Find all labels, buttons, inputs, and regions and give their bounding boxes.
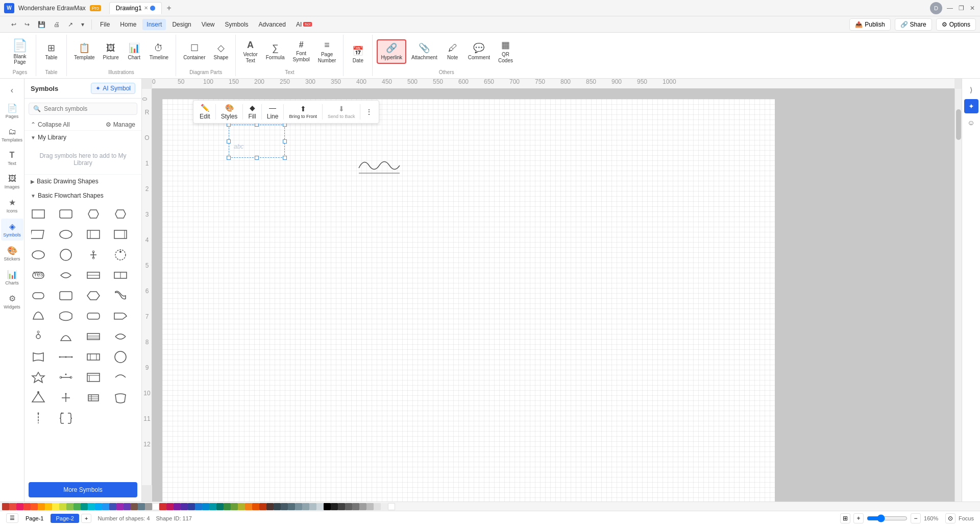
shape-item[interactable] (56, 388, 76, 408)
shape-item[interactable] (29, 225, 48, 244)
color-swatch[interactable] (216, 503, 224, 510)
color-swatch[interactable] (174, 503, 181, 510)
manage-button[interactable]: ⚙ Manage (106, 121, 135, 128)
ribbon-font-symbol[interactable]: # FontSymbol (289, 38, 312, 65)
sidebar-item-stickers[interactable]: 🎨 Stickers (1, 243, 23, 265)
sidebar-item-widgets[interactable]: ⚙ Widgets (1, 291, 23, 313)
shape-item[interactable] (84, 204, 103, 224)
shape-item[interactable] (29, 368, 48, 387)
options-button[interactable]: ⚙ Options (936, 18, 976, 31)
color-swatch[interactable] (195, 503, 202, 510)
right-btn-3[interactable]: ☺ (964, 115, 978, 130)
shape-item[interactable] (84, 368, 103, 387)
color-swatch[interactable] (16, 503, 23, 510)
color-swatch[interactable] (274, 503, 281, 510)
ribbon-container[interactable]: ☐ Container (180, 40, 208, 63)
color-swatch[interactable] (288, 503, 295, 510)
sidebar-item-charts[interactable]: 📊 Charts (1, 267, 23, 289)
shape-item[interactable] (56, 409, 76, 428)
ribbon-chart[interactable]: 📊 Chart (124, 40, 144, 63)
sidebar-item-templates[interactable]: 🗂 Templates (1, 124, 23, 146)
shape-item[interactable] (84, 347, 103, 367)
shape-item[interactable] (84, 286, 103, 305)
shape-item[interactable] (111, 225, 130, 244)
color-swatch[interactable] (31, 503, 38, 510)
color-swatch[interactable] (152, 503, 159, 510)
color-swatch[interactable] (166, 503, 174, 510)
shape-item[interactable] (29, 347, 48, 367)
minimize-button[interactable]: — (946, 5, 953, 12)
print-button[interactable]: 🖨 (51, 19, 63, 30)
tab-close-icon[interactable]: ✕ (144, 5, 148, 11)
wave-element[interactable] (356, 153, 402, 180)
panel-scroll[interactable]: ▼ My Library Drag symbols here to add to… (24, 131, 141, 478)
ribbon-attachment[interactable]: 📎 Attachment (408, 40, 440, 63)
canvas-paper[interactable]: ✏️ Edit 🎨 Styles ◆ Fill — (162, 99, 775, 502)
shape-item[interactable] (84, 327, 103, 346)
redo-button[interactable]: ↪ (21, 19, 33, 30)
ribbon-comment[interactable]: 💬 Comment (465, 40, 493, 63)
color-swatch[interactable] (88, 503, 95, 510)
sidebar-item-text[interactable]: T Text (1, 148, 23, 169)
color-swatch[interactable] (309, 503, 316, 510)
color-swatch[interactable] (95, 503, 102, 510)
ribbon-formula[interactable]: ∑ Formula (263, 41, 288, 63)
sidebar-item-icons[interactable]: ★ Icons (1, 195, 23, 217)
color-swatch[interactable] (159, 503, 166, 510)
sidebar-item-images[interactable]: 🖼 Images (1, 171, 23, 193)
section-basic-flowchart[interactable]: ▼ Basic Flowchart Shapes (24, 189, 141, 202)
ctx-send-to-back-button[interactable]: ⬇ Send to Back (324, 103, 359, 121)
shape-item[interactable] (111, 266, 130, 285)
shape-item[interactable] (56, 368, 76, 387)
color-swatch[interactable] (345, 503, 352, 510)
shape-item[interactable] (56, 306, 76, 326)
shape-item[interactable] (56, 225, 76, 244)
color-swatch[interactable] (45, 503, 52, 510)
color-swatch[interactable] (324, 503, 331, 510)
shape-item[interactable]: Yes (29, 266, 48, 285)
ribbon-date[interactable]: 📅 Date (348, 43, 368, 66)
ctx-line-button[interactable]: — Line (263, 102, 283, 122)
color-swatch[interactable] (238, 503, 245, 510)
color-swatch[interactable] (359, 503, 366, 510)
color-swatch[interactable] (374, 503, 381, 510)
color-swatch[interactable] (109, 503, 116, 510)
color-swatch[interactable] (352, 503, 359, 510)
color-swatch[interactable] (224, 503, 231, 510)
color-swatch[interactable] (316, 503, 324, 510)
zoom-out-button[interactable]: − (911, 513, 921, 523)
ribbon-blank-page[interactable]: 📄 BlankPage (8, 36, 32, 67)
shape-item[interactable] (84, 245, 103, 265)
sidebar-item-symbols[interactable]: ◈ Symbols (1, 219, 23, 241)
vertical-scrollbar[interactable] (954, 89, 962, 502)
color-swatch[interactable] (38, 503, 45, 510)
color-swatch[interactable] (66, 503, 74, 510)
shape-item[interactable] (56, 286, 76, 305)
handle-ml[interactable] (227, 139, 231, 144)
collapse-all-button[interactable]: ⌃ Collapse All (31, 121, 70, 128)
share-button[interactable]: 🔗 Share (895, 18, 932, 31)
color-swatch[interactable] (266, 503, 274, 510)
color-swatch[interactable] (181, 503, 188, 510)
color-swatch[interactable] (9, 503, 16, 510)
handle-mr[interactable] (283, 139, 287, 144)
save-button[interactable]: 💾 (35, 19, 48, 30)
ribbon-table[interactable]: ⊞ Table (41, 40, 62, 63)
handle-bm[interactable] (255, 156, 259, 160)
sidebar-item-pages[interactable]: 📄 Pages (1, 100, 23, 122)
more-button[interactable]: ▾ (78, 19, 87, 30)
shape-item[interactable] (29, 204, 48, 224)
color-swatch[interactable] (102, 503, 109, 510)
shape-item[interactable] (29, 388, 48, 408)
ribbon-template[interactable]: 📋 Template (71, 40, 98, 63)
color-swatch[interactable] (124, 503, 131, 510)
undo-button[interactable]: ↩ (8, 19, 19, 30)
color-swatch[interactable] (302, 503, 309, 510)
shape-item[interactable] (56, 266, 76, 285)
ctx-edit-button[interactable]: ✏️ Edit (195, 102, 214, 122)
color-swatch[interactable] (252, 503, 259, 510)
tab-drawing1[interactable]: Drawing1 ✕ (109, 2, 162, 14)
color-swatch[interactable] (281, 503, 288, 510)
menu-ai[interactable]: AI hot (292, 19, 316, 30)
close-button[interactable]: ✕ (969, 5, 976, 12)
